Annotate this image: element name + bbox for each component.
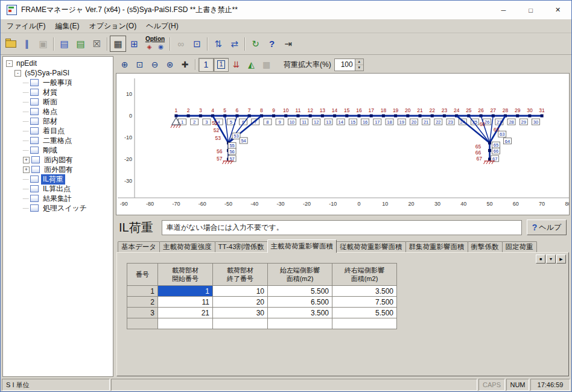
table-cell[interactable]: 5.500 <box>332 308 397 318</box>
load-scale-spinner[interactable]: 100▲▼ <box>334 58 364 71</box>
grid-nav-next-icon[interactable]: ▶ <box>556 254 566 264</box>
option-toggle-b-icon[interactable]: ◉ <box>156 42 166 52</box>
table-cell[interactable]: 5.500 <box>268 286 332 297</box>
column-header[interactable]: 載荷部材終了番号 <box>213 264 268 286</box>
table-cell[interactable]: 7.500 <box>332 297 397 308</box>
spin-down-icon[interactable]: ▼ <box>355 65 363 71</box>
row-header[interactable]: 3 <box>127 308 158 318</box>
tab-sub-load-area[interactable]: 従載荷荷重影響面積 <box>336 241 406 252</box>
tab-fixed-load[interactable]: 固定荷重 <box>502 241 537 252</box>
table-cell[interactable]: 21 <box>158 308 213 318</box>
measure-icon[interactable]: ✚ <box>177 58 192 72</box>
data-table-icon <box>30 137 39 144</box>
tree-item-process-switch[interactable]: 処理スイッチ <box>4 203 113 213</box>
grid-nav-down-icon[interactable]: ▼ <box>546 254 556 264</box>
maximize-button[interactable]: □ <box>517 1 544 19</box>
zoom-out-icon[interactable]: ⊖ <box>147 58 162 72</box>
table-cell[interactable] <box>158 318 213 329</box>
tab-basic-data[interactable]: 基本データ <box>118 241 160 252</box>
member-numbers-toggle[interactable]: 1 <box>214 58 229 72</box>
svg-text:31: 31 <box>539 107 545 113</box>
app-window: FRAMEマネージャ Ver.7 (x64) - (s5)Sya-PaiSI.F… <box>0 0 572 392</box>
zoom-window-icon[interactable]: ⊡ <box>132 58 147 72</box>
frame-diagram-canvas[interactable]: 100-10-20-30-90-80-70-60-50-40-30-20-100… <box>116 73 570 215</box>
tree-item-project[interactable]: -(s5)Sya-PaiSI <box>4 68 113 78</box>
tree-item-inplane-rigid[interactable]: +面内固有 <box>4 155 113 165</box>
table-cell[interactable] <box>332 318 397 329</box>
delete-icon[interactable]: ☒ <box>89 36 105 52</box>
table-cell[interactable]: 1 <box>158 286 213 297</box>
table-cell[interactable]: 20 <box>213 297 268 308</box>
tree-item-rigid-zone[interactable]: 剛域 <box>4 145 113 155</box>
help-button[interactable]: ? ヘルプ <box>527 220 567 235</box>
menu-help[interactable]: ヘルプ(H) <box>141 19 183 33</box>
help-icon[interactable]: ? <box>264 36 280 52</box>
tab-main-load-area[interactable]: 主載荷荷重影響面積 <box>267 239 337 253</box>
print-doc-icon[interactable]: ▤ <box>56 36 72 52</box>
tree-item-np-edit[interactable]: -npEdit <box>4 58 113 68</box>
column-header[interactable]: 始左端側影響面積(m2) <box>268 264 332 286</box>
row-header[interactable]: 2 <box>127 297 158 308</box>
tab-tt43-factor[interactable]: TT-43割増係数 <box>215 241 268 252</box>
pause-icon[interactable]: ∥ <box>19 36 35 52</box>
column-header[interactable]: 載荷部材開始番号 <box>158 264 213 286</box>
row-header[interactable] <box>127 318 158 329</box>
expand-icon[interactable]: + <box>23 166 30 173</box>
table-cell[interactable]: 10 <box>213 286 268 297</box>
tree-item-member[interactable]: 部材 <box>4 116 113 126</box>
node-numbers-toggle[interactable]: 1 <box>199 58 214 72</box>
tree-item-il-load[interactable]: IL荷重 <box>4 174 113 184</box>
report-doc-icon[interactable]: ▤ <box>72 36 89 52</box>
open-file-icon[interactable] <box>2 36 19 52</box>
table-cell[interactable]: 3.500 <box>268 308 332 318</box>
tab-crowd-load-area[interactable]: 群集荷重影響面積 <box>405 241 468 252</box>
menu-file[interactable]: ファイル(F) <box>2 19 50 33</box>
column-header[interactable]: 終右端側影響面積(m2) <box>332 264 397 286</box>
tab-main-load-intensity[interactable]: 主載荷荷重強度 <box>159 241 215 252</box>
collapse-icon[interactable]: - <box>6 60 13 67</box>
menu-edit[interactable]: 編集(E) <box>50 19 84 33</box>
svg-text:10: 10 <box>382 201 388 207</box>
calculator-icon[interactable]: ⊞ <box>126 36 142 52</box>
tree-item-material[interactable]: 材質 <box>4 87 113 97</box>
tree-item-node[interactable]: 格点 <box>4 107 113 116</box>
zoom-in-icon[interactable]: ⊕ <box>117 58 132 72</box>
leftright-icon[interactable]: ⇄ <box>226 36 243 52</box>
svg-text:-90: -90 <box>120 201 128 207</box>
spin-up-icon[interactable]: ▲ <box>355 59 363 65</box>
updown-icon[interactable]: ⇅ <box>210 36 226 52</box>
svg-text:24: 24 <box>454 107 460 113</box>
model-display-icon[interactable]: ◭ <box>244 58 259 72</box>
tree-item-result-summary[interactable]: 結果集計 <box>4 194 113 203</box>
column-header[interactable]: 番号 <box>127 264 158 286</box>
minimize-button[interactable]: ─ <box>490 1 517 19</box>
tree-item-general[interactable]: 一般事項 <box>4 78 113 87</box>
tab-impact-factor[interactable]: 衝撃係数 <box>468 241 503 252</box>
row-header[interactable]: 1 <box>127 286 158 297</box>
load-scale-input[interactable]: 100 <box>335 59 355 71</box>
refresh-icon[interactable]: ↻ <box>247 36 264 52</box>
table-cell[interactable] <box>213 318 268 329</box>
tree-item-double-node[interactable]: 二重格点 <box>4 136 113 145</box>
zoom-extents-icon[interactable]: ⊛ <box>162 58 177 72</box>
option-toggle-a-icon[interactable]: ◈ <box>144 42 154 52</box>
tree-item-outplane-rigid[interactable]: +面外固有 <box>4 165 113 174</box>
close-button[interactable]: ✕ <box>544 1 571 19</box>
expand-icon[interactable]: + <box>23 157 30 163</box>
grid-nav-stop-icon[interactable]: ■ <box>536 254 545 264</box>
table-cell[interactable]: 6.500 <box>268 297 332 308</box>
table-cell[interactable] <box>268 318 332 329</box>
table-cell[interactable]: 30 <box>213 308 268 318</box>
table-cell[interactable]: 3.500 <box>332 286 397 297</box>
data-grid-icon[interactable]: ▦ <box>110 36 126 52</box>
load-display-icon[interactable]: ⇊ <box>229 58 244 72</box>
monitor-icon[interactable]: ⊡ <box>189 36 205 52</box>
collapse-icon[interactable]: - <box>14 70 21 77</box>
table-cell[interactable]: 11 <box>158 297 213 308</box>
tree-item-cross-section[interactable]: 断面 <box>4 97 113 107</box>
tree-item-watch-point[interactable]: 着目点 <box>4 126 113 136</box>
menu-option[interactable]: オプション(O) <box>84 19 141 33</box>
tree-item-il-calc-point[interactable]: IL算出点 <box>4 184 113 194</box>
exit-icon[interactable]: ⇥ <box>280 36 296 52</box>
tree-item-label: 断面 <box>41 97 59 107</box>
